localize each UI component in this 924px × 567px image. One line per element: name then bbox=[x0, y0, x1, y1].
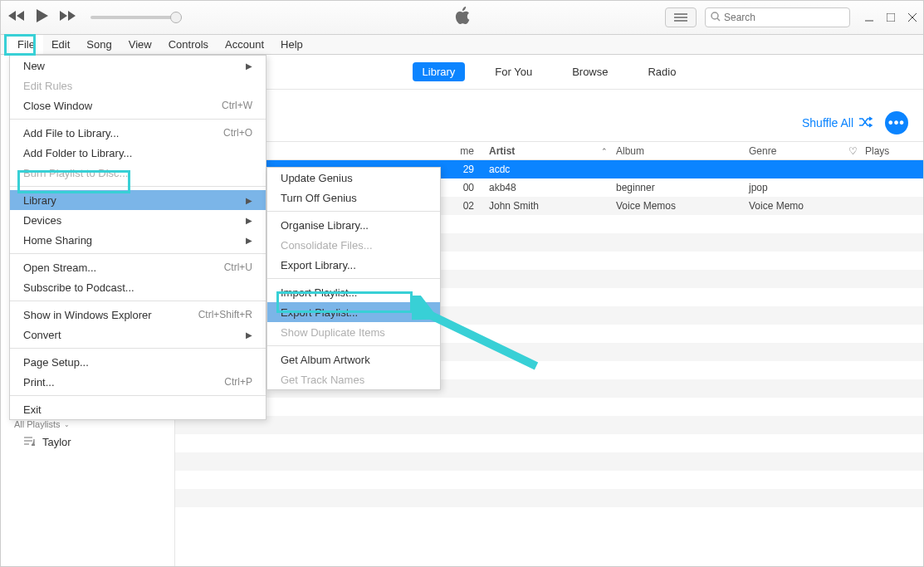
minimize-button[interactable] bbox=[865, 10, 873, 25]
ellipsis-icon: ••• bbox=[888, 115, 905, 130]
menu-bar: File Edit Song View Controls Account Hel… bbox=[1, 35, 923, 55]
list-view-button[interactable] bbox=[665, 7, 697, 27]
submenu-caret-icon: ▶ bbox=[246, 61, 252, 71]
submenu-caret-icon: ▶ bbox=[246, 216, 252, 225]
cell-time: 29 bbox=[441, 164, 482, 175]
nav-tab-radio[interactable]: Radio bbox=[638, 62, 686, 81]
content-header: c minutes Shuffle All ••• bbox=[175, 90, 923, 142]
file-menu-dropdown: New▶ Edit Rules Close WindowCtrl+W Add F… bbox=[9, 55, 266, 420]
shuffle-icon bbox=[858, 116, 873, 130]
menu-help[interactable]: Help bbox=[272, 35, 311, 54]
menu-print[interactable]: Print...Ctrl+P bbox=[10, 372, 266, 392]
col-plays[interactable]: Plays bbox=[865, 145, 923, 157]
menu-home-sharing[interactable]: Home Sharing▶ bbox=[10, 230, 266, 250]
col-album[interactable]: Album bbox=[616, 145, 749, 157]
toolbar-right bbox=[665, 7, 917, 27]
playback-controls bbox=[7, 8, 77, 27]
submenu-get-track-names: Get Track Names bbox=[267, 369, 440, 389]
menu-devices[interactable]: Devices▶ bbox=[10, 210, 266, 230]
cell-album: Voice Memos bbox=[616, 200, 749, 212]
sidebar-item-label: Taylor bbox=[42, 436, 71, 448]
maximize-button[interactable] bbox=[887, 10, 895, 25]
submenu-export-playlist[interactable]: Export Playlist... bbox=[267, 302, 440, 322]
cell-artist: akb48 bbox=[482, 182, 616, 193]
cell-time: 02 bbox=[441, 200, 482, 212]
shuffle-label: Shuffle All bbox=[802, 116, 853, 130]
submenu-consolidate: Consolidate Files... bbox=[267, 235, 440, 255]
svg-line-4 bbox=[717, 18, 720, 21]
menu-burn: Burn Playlist to Disc... bbox=[10, 163, 266, 183]
menu-convert[interactable]: Convert▶ bbox=[10, 325, 266, 345]
menu-add-file[interactable]: Add File to Library...Ctrl+O bbox=[10, 123, 266, 143]
sidebar-heading-label: All Playlists bbox=[14, 419, 61, 429]
submenu-get-artwork[interactable]: Get Album Artwork bbox=[267, 349, 440, 369]
submenu-export-library[interactable]: Export Library... bbox=[267, 255, 440, 275]
cell-genre: Voice Memo bbox=[749, 200, 840, 212]
col-artist-label: Artist bbox=[489, 145, 515, 157]
volume-slider[interactable] bbox=[90, 16, 182, 19]
menu-subscribe[interactable]: Subscribe to Podcast... bbox=[10, 277, 266, 297]
menu-edit-rules: Edit Rules bbox=[10, 76, 266, 95]
chevron-down-icon: ⌄ bbox=[64, 421, 70, 428]
more-button[interactable]: ••• bbox=[885, 111, 908, 134]
submenu-caret-icon: ▶ bbox=[246, 196, 252, 205]
close-button[interactable] bbox=[908, 10, 917, 25]
svg-point-3 bbox=[711, 12, 718, 19]
cell-artist: acdc bbox=[482, 164, 616, 175]
rewind-button[interactable] bbox=[7, 10, 26, 25]
menu-file[interactable]: File bbox=[9, 35, 43, 54]
submenu-turn-off-genius[interactable]: Turn Off Genius bbox=[267, 188, 440, 208]
menu-edit[interactable]: Edit bbox=[43, 35, 78, 54]
menu-library[interactable]: Library▶ bbox=[10, 190, 266, 210]
col-time[interactable]: me bbox=[441, 145, 482, 157]
nav-tab-for-you[interactable]: For You bbox=[485, 62, 542, 81]
svg-rect-6 bbox=[887, 13, 895, 22]
menu-add-folder[interactable]: Add Folder to Library... bbox=[10, 143, 266, 163]
menu-account[interactable]: Account bbox=[217, 35, 272, 54]
search-input[interactable] bbox=[724, 12, 844, 23]
heart-icon: ♡ bbox=[848, 145, 858, 157]
fast-forward-button[interactable] bbox=[59, 10, 77, 25]
sidebar-item-taylor[interactable]: Taylor bbox=[1, 433, 174, 452]
top-toolbar bbox=[1, 1, 923, 35]
col-heart[interactable]: ♡ bbox=[840, 145, 865, 157]
menu-song[interactable]: Song bbox=[78, 35, 120, 54]
nav-tab-browse[interactable]: Browse bbox=[562, 62, 618, 81]
submenu-caret-icon: ▶ bbox=[246, 236, 252, 245]
volume-thumb[interactable] bbox=[170, 12, 182, 23]
menu-new[interactable]: New▶ bbox=[10, 56, 266, 76]
submenu-organise[interactable]: Organise Library... bbox=[267, 215, 440, 235]
submenu-show-duplicates: Show Duplicate Items bbox=[267, 322, 440, 342]
play-button[interactable] bbox=[36, 8, 49, 27]
search-box[interactable] bbox=[705, 7, 850, 27]
menu-show-explorer[interactable]: Show in Windows ExplorerCtrl+Shift+R bbox=[10, 305, 266, 325]
menu-open-stream[interactable]: Open Stream...Ctrl+U bbox=[10, 257, 266, 277]
table-header: me Artist ⌃ Album Genre ♡ Plays bbox=[175, 142, 923, 160]
col-artist[interactable]: Artist ⌃ bbox=[482, 145, 616, 157]
search-icon bbox=[711, 10, 721, 25]
col-genre[interactable]: Genre bbox=[749, 145, 840, 157]
submenu-update-genius[interactable]: Update Genius bbox=[267, 168, 440, 188]
submenu-caret-icon: ▶ bbox=[246, 330, 252, 340]
nav-area: Library For You Browse Radio bbox=[175, 55, 923, 90]
cell-genre: jpop bbox=[749, 182, 840, 193]
menu-page-setup[interactable]: Page Setup... bbox=[10, 352, 266, 372]
window-controls bbox=[865, 10, 917, 25]
shuffle-all-button[interactable]: Shuffle All bbox=[802, 116, 873, 130]
menu-controls[interactable]: Controls bbox=[160, 35, 217, 54]
cell-time: 00 bbox=[441, 182, 482, 193]
sort-asc-icon: ⌃ bbox=[601, 147, 608, 155]
nav-tab-library[interactable]: Library bbox=[413, 62, 466, 81]
library-submenu: Update Genius Turn Off Genius Organise L… bbox=[266, 167, 441, 390]
menu-exit[interactable]: Exit bbox=[10, 399, 266, 419]
apple-logo-icon bbox=[454, 6, 471, 29]
submenu-import-playlist[interactable]: Import Playlist... bbox=[267, 282, 440, 302]
cell-artist: John Smith bbox=[482, 200, 616, 212]
cell-album: beginner bbox=[616, 182, 749, 193]
playlist-icon bbox=[24, 436, 36, 448]
menu-close-window[interactable]: Close WindowCtrl+W bbox=[10, 95, 266, 115]
menu-view[interactable]: View bbox=[120, 35, 160, 54]
